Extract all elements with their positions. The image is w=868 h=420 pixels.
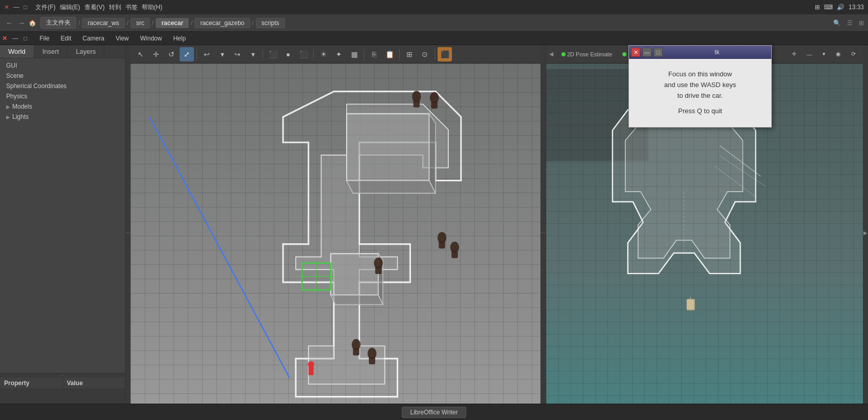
- paste-btn[interactable]: 📋: [382, 47, 397, 61]
- light-point-btn[interactable]: ✦: [332, 47, 346, 61]
- rviz-nav-left[interactable]: ◀: [549, 51, 553, 57]
- app-close[interactable]: ✕: [2, 35, 7, 42]
- translate-tool-btn[interactable]: ✛: [149, 47, 163, 61]
- select-tool-btn[interactable]: ↖: [134, 47, 148, 61]
- tree-lights[interactable]: ▶ Lights: [0, 112, 125, 122]
- tree-models[interactable]: ▶ Models: [0, 101, 125, 112]
- rviz-minus-btn[interactable]: —: [802, 50, 816, 58]
- sys-minimize[interactable]: —: [13, 4, 19, 11]
- tab-world[interactable]: World: [0, 45, 34, 58]
- snap-btn[interactable]: ⊙: [418, 47, 432, 61]
- goto-menu[interactable]: 转到: [109, 3, 121, 12]
- svg-rect-23: [353, 348, 359, 355]
- sep-3: [313, 49, 314, 59]
- sep-1: [197, 49, 197, 59]
- rviz-right-collapse[interactable]: ▶: [863, 45, 868, 420]
- viewport-container: ↖ ✛ ↺ ⤢ ↩ ▾ ↪ ▾ ⬛ ● ⬛ ☀ ✦ ▦ ⎘ 📋 ⊞ ⊙ ⬛: [131, 45, 540, 420]
- sphere-btn[interactable]: ●: [281, 47, 295, 61]
- menu-edit[interactable]: Edit: [56, 34, 77, 43]
- breadcrumb-ws[interactable]: racecar_ws: [82, 18, 124, 28]
- settings-btn[interactable]: ⬛: [438, 47, 452, 61]
- rviz-dropdown-btn[interactable]: ▾: [818, 50, 830, 58]
- popup-max-btn[interactable]: □: [654, 48, 663, 57]
- file-menu[interactable]: 文件(F): [35, 3, 55, 12]
- menu-help[interactable]: Help: [168, 34, 191, 43]
- rviz-refresh-btn[interactable]: ⟳: [847, 50, 860, 58]
- rviz-target-btn[interactable]: ◉: [832, 50, 845, 58]
- tree-physics[interactable]: Physics: [0, 91, 125, 101]
- view-menu[interactable]: 查看(V): [84, 3, 105, 12]
- app-maximize[interactable]: □: [24, 35, 27, 42]
- popup-window: ✕ — □ tk Focus on this window and use th…: [628, 45, 772, 128]
- models-arrow: ▶: [6, 104, 10, 110]
- taskbar: LibreOffice Writer: [0, 404, 868, 420]
- popup-min-btn[interactable]: —: [642, 48, 652, 57]
- help-menu[interactable]: 帮助(H): [142, 3, 163, 12]
- prop-col-property: Property: [0, 377, 63, 389]
- left-resize-handle[interactable]: ···: [125, 45, 131, 420]
- rviz-add-btn[interactable]: ✛: [788, 50, 800, 58]
- undo-arrow[interactable]: ▾: [215, 47, 229, 61]
- bookmark-menu[interactable]: 书签: [125, 3, 138, 12]
- scale-tool-btn[interactable]: ⤢: [180, 47, 194, 61]
- track-svg: [131, 64, 540, 406]
- sep-3: /: [152, 19, 154, 27]
- taskbar-writer[interactable]: LibreOffice Writer: [402, 407, 467, 418]
- menu-camera[interactable]: Camera: [77, 34, 110, 43]
- tree-spherical[interactable]: Spherical Coordinates: [0, 81, 125, 91]
- breadcrumb-gazebo[interactable]: racecar_gazebo: [194, 18, 250, 28]
- tree-gui[interactable]: GUI: [0, 60, 125, 71]
- popup-close-btn[interactable]: ✕: [631, 48, 640, 57]
- sep-5: /: [252, 19, 254, 27]
- svg-point-27: [308, 361, 314, 367]
- box-btn[interactable]: ⬛: [266, 47, 280, 61]
- system-bar: ✕ — □ 文件(F) 编辑(E) 查看(V) 转到 书签 帮助(H) ⊞ ⌨ …: [0, 0, 868, 14]
- sys-maximize[interactable]: □: [24, 4, 27, 11]
- tree-scene[interactable]: Scene: [0, 71, 125, 81]
- cylinder-btn[interactable]: ⬛: [296, 47, 311, 61]
- rotate-tool-btn[interactable]: ↺: [164, 47, 179, 61]
- popup-line1: Focus on this window: [637, 69, 763, 80]
- light-sun-btn[interactable]: ☀: [316, 47, 331, 61]
- breadcrumb-src[interactable]: src: [131, 18, 150, 28]
- align-btn[interactable]: ⊞: [402, 47, 417, 61]
- sep-4: [364, 49, 364, 59]
- pose-estimate-icon: [561, 52, 566, 56]
- redo-arrow[interactable]: ▾: [246, 47, 260, 61]
- undo-btn[interactable]: ↩: [200, 47, 214, 61]
- system-bar-right: ⊞ ⌨ 🔊 13:33: [815, 4, 864, 11]
- popup-body: Focus on this window and use the WASD ke…: [629, 59, 771, 127]
- menu-view[interactable]: View: [111, 34, 134, 43]
- tab-layers[interactable]: Layers: [68, 45, 104, 58]
- popup-title: tk: [665, 49, 769, 56]
- pose-estimate-btn[interactable]: 2D Pose Estimate: [557, 50, 616, 58]
- nav-forward[interactable]: →: [16, 18, 27, 28]
- right-resize-handle[interactable]: ···: [540, 45, 546, 420]
- breadcrumb-home[interactable]: 主文件夹: [40, 17, 76, 29]
- app-menu-bar: ✕ — □ File Edit Camera View Window Help: [0, 32, 868, 45]
- breadcrumb-racecar[interactable]: racecar: [156, 18, 189, 28]
- tree-item-label: Lights: [12, 113, 29, 120]
- tab-insert[interactable]: Insert: [34, 45, 68, 58]
- nav-back[interactable]: ←: [4, 18, 14, 28]
- tree-item-label: Physics: [6, 93, 27, 100]
- redo-btn[interactable]: ↪: [230, 47, 245, 61]
- breadcrumb-scripts[interactable]: scripts: [256, 18, 285, 28]
- left-panel: World Insert Layers GUI Scene Spherical …: [0, 45, 125, 420]
- tree-item-label: Models: [12, 103, 32, 110]
- sys-close[interactable]: ✕: [4, 4, 9, 11]
- copy-btn[interactable]: ⎘: [367, 47, 381, 61]
- viewport-3d[interactable]: [131, 64, 540, 406]
- sys-icon-2: ⌨: [824, 4, 833, 11]
- svg-rect-26: [309, 366, 314, 375]
- sep-2: [263, 49, 263, 59]
- app-minimize[interactable]: —: [12, 35, 18, 42]
- menu-file[interactable]: File: [34, 34, 54, 43]
- menu-window[interactable]: Window: [135, 34, 167, 43]
- sep-2: /: [127, 19, 128, 27]
- edit-menu[interactable]: 编辑(E): [60, 3, 80, 12]
- sys-icon-3: 🔊: [837, 4, 844, 11]
- svg-line-0: [149, 117, 289, 377]
- popup-titlebar: ✕ — □ tk: [629, 46, 771, 59]
- light-dir-btn[interactable]: ▦: [347, 47, 361, 61]
